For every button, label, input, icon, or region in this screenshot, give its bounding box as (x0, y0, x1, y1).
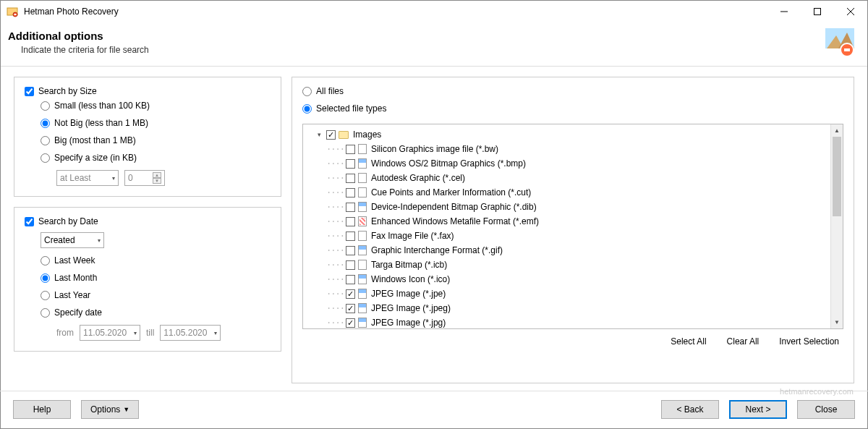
tree-item[interactable]: ····Graphic Interchange Format (*.gif) (303, 243, 830, 258)
next-button[interactable]: Next > (729, 400, 787, 419)
size-spinner[interactable]: ▲▼ (153, 172, 161, 184)
svg-rect-4 (814, 9, 821, 15)
date-specify-radio[interactable]: Specify date (41, 307, 271, 318)
tree-item[interactable]: ····Fax Image File (*.fax) (303, 229, 830, 243)
clear-all-button[interactable]: Clear All (727, 336, 760, 347)
options-button[interactable]: Options▼ (81, 400, 139, 419)
search-by-size-label: Search by Size (38, 86, 97, 96)
all-files-radio[interactable]: All files (302, 86, 843, 96)
tree-item-label: Graphic Interchange Format (*.gif) (371, 245, 503, 255)
tree-checkbox[interactable] (346, 188, 355, 197)
file-icon (358, 289, 367, 299)
search-by-date-panel: Search by Date Created▾ Last Week Last M… (14, 207, 281, 352)
watermark-text: hetmanrecovery.com (780, 387, 854, 396)
tree-item[interactable]: ····JPEG Image (*.jpg) (303, 315, 830, 328)
header-logo (825, 28, 854, 57)
tree-item-label: Windows OS/2 Bitmap Graphics (*.bmp) (371, 158, 526, 169)
selected-types-radio[interactable]: Selected file types (302, 103, 843, 114)
tree-item[interactable]: ····Enhanced Windows Metafile Format (*.… (303, 214, 830, 229)
tree-item[interactable]: ····JPEG Image (*.jpeg) (303, 301, 830, 315)
date-week-radio[interactable]: Last Week (41, 255, 271, 266)
till-label: till (146, 328, 154, 338)
file-icon (358, 202, 367, 212)
select-all-button[interactable]: Select All (671, 336, 706, 347)
file-types-panel: All files Selected file types ▾ Images ·… (292, 77, 854, 383)
tree-checkbox[interactable] (346, 174, 355, 183)
invert-selection-button[interactable]: Invert Selection (779, 336, 839, 347)
size-small-radio[interactable]: Small (less than 100 KB) (41, 101, 271, 111)
scroll-up-icon[interactable]: ▲ (831, 124, 843, 137)
app-icon (7, 6, 18, 17)
close-wizard-button[interactable]: Close (797, 400, 855, 419)
maximize-button[interactable] (801, 1, 834, 22)
tree-checkbox[interactable] (346, 246, 355, 255)
tree-item[interactable]: ····Windows Icon (*.ico) (303, 272, 830, 286)
file-icon (358, 260, 367, 270)
tree-item-label: Enhanced Windows Metafile Format (*.emf) (371, 216, 539, 226)
tree-item[interactable]: ····Cue Points and Marker Information (*… (303, 185, 830, 200)
tree-root-images[interactable]: ▾ Images (303, 127, 830, 142)
tree-item[interactable]: ····JPEG Image (*.jpe) (303, 286, 830, 301)
close-button[interactable] (834, 1, 867, 22)
size-atleast-select[interactable]: at Least▾ (56, 170, 119, 186)
date-from-input[interactable]: 11.05.2020▾ (80, 325, 140, 341)
tree-checkbox[interactable] (346, 159, 355, 169)
search-by-date-label: Search by Date (38, 216, 98, 226)
tree-item-label: Fax Image File (*.fax) (371, 231, 454, 241)
file-icon (358, 144, 367, 154)
tree-item[interactable]: ····Windows OS/2 Bitmap Graphics (*.bmp) (303, 156, 830, 171)
tree-item-label: Device-Independent Bitmap Graphic (*.dib… (371, 202, 537, 212)
file-icon (358, 173, 367, 183)
tree-item[interactable]: ····Autodesk Graphic (*.cel) (303, 171, 830, 185)
file-icon (358, 231, 367, 241)
tree-scrollbar[interactable]: ▲ ▼ (830, 124, 843, 328)
tree-checkbox[interactable] (346, 145, 355, 154)
tree-checkbox[interactable] (346, 232, 355, 241)
tree-checkbox[interactable] (346, 304, 355, 313)
tree-checkbox[interactable] (346, 217, 355, 226)
chevron-down-icon: ▼ (123, 406, 129, 413)
tree-item-label: JPEG Image (*.jpe) (371, 289, 446, 299)
minimize-button[interactable] (767, 1, 801, 22)
tree-item-label: Windows Icon (*.ico) (371, 274, 450, 284)
search-by-size-checkbox[interactable]: Search by Size (25, 86, 271, 96)
back-button[interactable]: < Back (661, 400, 719, 419)
file-icon (358, 187, 367, 197)
size-specify-radio[interactable]: Specify a size (in KB) (41, 153, 271, 163)
tree-item[interactable]: ····Device-Independent Bitmap Graphic (*… (303, 200, 830, 214)
page-subtitle: Indicate the criteria for file search (21, 45, 825, 55)
tree-item-label: Targa Bitmap (*.icb) (371, 260, 447, 270)
file-icon (358, 318, 367, 328)
help-button[interactable]: Help (13, 400, 71, 419)
size-big-radio[interactable]: Big (most than 1 MB) (41, 135, 271, 145)
titlebar: Hetman Photo Recovery (1, 1, 867, 22)
folder-icon (339, 131, 349, 139)
window-title: Hetman Photo Recovery (24, 7, 119, 17)
scroll-down-icon[interactable]: ▼ (831, 316, 843, 328)
scroll-thumb[interactable] (833, 137, 841, 216)
tree-item[interactable]: ····Targa Bitmap (*.icb) (303, 258, 830, 272)
tree-checkbox[interactable] (346, 318, 355, 328)
tree-item-label: JPEG Image (*.jpg) (371, 318, 446, 328)
file-icon (358, 216, 367, 226)
tree-item[interactable]: ····Silicon Graphics image file (*.bw) (303, 142, 830, 156)
search-by-size-panel: Search by Size Small (less than 100 KB) … (14, 77, 281, 197)
tree-checkbox[interactable] (346, 289, 355, 299)
size-value-input[interactable]: 0 ▲▼ (124, 170, 165, 186)
size-notbig-radio[interactable]: Not Big (less than 1 MB) (41, 118, 271, 128)
date-month-radio[interactable]: Last Month (41, 273, 271, 283)
tree-checkbox[interactable] (346, 203, 355, 212)
search-by-date-checkbox[interactable]: Search by Date (25, 216, 271, 226)
from-label: from (56, 328, 74, 338)
expand-icon[interactable]: ▾ (315, 131, 323, 138)
wizard-header: Additional options Indicate the criteria… (1, 22, 867, 67)
tree-checkbox[interactable] (326, 130, 336, 140)
tree-checkbox[interactable] (346, 275, 355, 284)
tree-root-label: Images (353, 129, 381, 140)
date-field-select[interactable]: Created▾ (41, 232, 104, 248)
file-icon (358, 158, 367, 169)
tree-checkbox[interactable] (346, 260, 355, 270)
date-till-input[interactable]: 11.05.2020▾ (160, 325, 221, 341)
tree-item-label: Autodesk Graphic (*.cel) (371, 173, 465, 183)
date-year-radio[interactable]: Last Year (41, 290, 271, 300)
